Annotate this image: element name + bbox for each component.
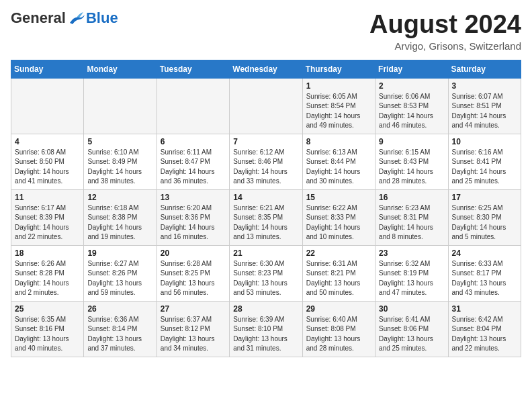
calendar-week-row: 11Sunrise: 6:17 AMSunset: 8:39 PMDayligh…: [11, 189, 521, 245]
day-info: Sunrise: 6:41 AMSunset: 8:06 PMDaylight:…: [379, 315, 444, 354]
day-info: Sunrise: 6:08 AMSunset: 8:50 PMDaylight:…: [15, 148, 80, 187]
day-number: 26: [87, 304, 152, 314]
calendar-week-row: 4Sunrise: 6:08 AMSunset: 8:50 PMDaylight…: [11, 134, 521, 189]
weekday-header-row: SundayMondayTuesdayWednesdayThursdayFrid…: [11, 60, 521, 78]
calendar-cell: 30Sunrise: 6:41 AMSunset: 8:06 PMDayligh…: [375, 301, 448, 357]
day-number: 27: [161, 304, 226, 314]
day-number: 14: [233, 193, 298, 202]
weekday-header-wednesday: Wednesday: [230, 60, 302, 78]
day-number: 13: [161, 193, 226, 202]
month-year-title: August 2024: [369, 11, 521, 39]
weekday-header-thursday: Thursday: [302, 60, 375, 78]
day-number: 31: [452, 304, 517, 314]
day-info: Sunrise: 6:16 AMSunset: 8:41 PMDaylight:…: [452, 148, 517, 187]
day-number: 19: [87, 248, 152, 258]
calendar-cell: [84, 78, 157, 134]
calendar-cell: 20Sunrise: 6:28 AMSunset: 8:25 PMDayligh…: [157, 245, 229, 301]
day-number: 3: [452, 81, 517, 91]
calendar-cell: 18Sunrise: 6:26 AMSunset: 8:28 PMDayligh…: [11, 245, 84, 301]
calendar-week-row: 18Sunrise: 6:26 AMSunset: 8:28 PMDayligh…: [11, 245, 521, 301]
day-number: 18: [15, 248, 80, 258]
logo: General Blue: [11, 11, 118, 26]
day-info: Sunrise: 6:30 AMSunset: 8:23 PMDaylight:…: [233, 259, 298, 298]
day-info: Sunrise: 6:18 AMSunset: 8:38 PMDaylight:…: [87, 203, 152, 242]
day-info: Sunrise: 6:35 AMSunset: 8:16 PMDaylight:…: [15, 315, 80, 354]
day-info: Sunrise: 6:21 AMSunset: 8:35 PMDaylight:…: [233, 203, 298, 242]
day-number: 29: [306, 304, 371, 314]
day-number: 5: [87, 137, 152, 146]
day-info: Sunrise: 6:27 AMSunset: 8:26 PMDaylight:…: [87, 259, 152, 298]
calendar-cell: 3Sunrise: 6:07 AMSunset: 8:51 PMDaylight…: [448, 78, 521, 134]
title-area: August 2024 Arvigo, Grisons, Switzerland: [369, 11, 521, 52]
weekday-header-sunday: Sunday: [11, 60, 84, 78]
calendar-cell: [11, 78, 84, 134]
day-number: 25: [15, 304, 80, 314]
day-number: 8: [306, 137, 371, 146]
day-info: Sunrise: 6:32 AMSunset: 8:19 PMDaylight:…: [379, 259, 444, 298]
day-number: 17: [452, 193, 517, 202]
day-number: 15: [306, 193, 371, 202]
day-info: Sunrise: 6:36 AMSunset: 8:14 PMDaylight:…: [87, 315, 152, 354]
calendar-cell: 31Sunrise: 6:42 AMSunset: 8:04 PMDayligh…: [448, 301, 521, 357]
day-number: 28: [233, 304, 298, 314]
calendar-cell: 27Sunrise: 6:37 AMSunset: 8:12 PMDayligh…: [157, 301, 229, 357]
day-number: 2: [379, 81, 444, 91]
day-info: Sunrise: 6:26 AMSunset: 8:28 PMDaylight:…: [15, 259, 80, 298]
day-info: Sunrise: 6:11 AMSunset: 8:47 PMDaylight:…: [161, 148, 226, 187]
day-info: Sunrise: 6:23 AMSunset: 8:31 PMDaylight:…: [379, 203, 444, 242]
calendar-cell: 10Sunrise: 6:16 AMSunset: 8:41 PMDayligh…: [448, 134, 521, 189]
logo-blue-text: Blue: [86, 11, 118, 26]
calendar-cell: 25Sunrise: 6:35 AMSunset: 8:16 PMDayligh…: [11, 301, 84, 357]
calendar-table: SundayMondayTuesdayWednesdayThursdayFrid…: [11, 60, 521, 357]
day-info: Sunrise: 6:25 AMSunset: 8:30 PMDaylight:…: [452, 203, 517, 242]
day-info: Sunrise: 6:31 AMSunset: 8:21 PMDaylight:…: [306, 259, 371, 298]
logo-general-text: General: [11, 11, 66, 26]
calendar-cell: 26Sunrise: 6:36 AMSunset: 8:14 PMDayligh…: [84, 301, 157, 357]
day-info: Sunrise: 6:28 AMSunset: 8:25 PMDaylight:…: [161, 259, 226, 298]
day-number: 10: [452, 137, 517, 146]
calendar-cell: 17Sunrise: 6:25 AMSunset: 8:30 PMDayligh…: [448, 189, 521, 245]
calendar-cell: 5Sunrise: 6:10 AMSunset: 8:49 PMDaylight…: [84, 134, 157, 189]
day-info: Sunrise: 6:33 AMSunset: 8:17 PMDaylight:…: [452, 259, 517, 298]
day-info: Sunrise: 6:39 AMSunset: 8:10 PMDaylight:…: [233, 315, 298, 354]
calendar-cell: 4Sunrise: 6:08 AMSunset: 8:50 PMDaylight…: [11, 134, 84, 189]
day-number: 21: [233, 248, 298, 258]
weekday-header-saturday: Saturday: [448, 60, 521, 78]
calendar-cell: 14Sunrise: 6:21 AMSunset: 8:35 PMDayligh…: [230, 189, 302, 245]
day-number: 12: [87, 193, 152, 202]
weekday-header-monday: Monday: [84, 60, 157, 78]
calendar-cell: 19Sunrise: 6:27 AMSunset: 8:26 PMDayligh…: [84, 245, 157, 301]
calendar-cell: [157, 78, 229, 134]
calendar-cell: 24Sunrise: 6:33 AMSunset: 8:17 PMDayligh…: [448, 245, 521, 301]
day-number: 24: [452, 248, 517, 258]
calendar-week-row: 25Sunrise: 6:35 AMSunset: 8:16 PMDayligh…: [11, 301, 521, 357]
day-number: 1: [306, 81, 371, 91]
calendar-cell: 16Sunrise: 6:23 AMSunset: 8:31 PMDayligh…: [375, 189, 448, 245]
calendar-cell: 22Sunrise: 6:31 AMSunset: 8:21 PMDayligh…: [302, 245, 375, 301]
location-subtitle: Arvigo, Grisons, Switzerland: [369, 40, 521, 52]
calendar-cell: 11Sunrise: 6:17 AMSunset: 8:39 PMDayligh…: [11, 189, 84, 245]
day-number: 30: [379, 304, 444, 314]
calendar-cell: 7Sunrise: 6:12 AMSunset: 8:46 PMDaylight…: [230, 134, 302, 189]
day-info: Sunrise: 6:07 AMSunset: 8:51 PMDaylight:…: [452, 92, 517, 131]
day-info: Sunrise: 6:13 AMSunset: 8:44 PMDaylight:…: [306, 148, 371, 187]
day-info: Sunrise: 6:20 AMSunset: 8:36 PMDaylight:…: [161, 203, 226, 242]
calendar-cell: 6Sunrise: 6:11 AMSunset: 8:47 PMDaylight…: [157, 134, 229, 189]
day-number: 20: [161, 248, 226, 258]
day-number: 6: [161, 137, 226, 146]
day-number: 11: [15, 193, 80, 202]
day-info: Sunrise: 6:22 AMSunset: 8:33 PMDaylight:…: [306, 203, 371, 242]
day-info: Sunrise: 6:15 AMSunset: 8:43 PMDaylight:…: [379, 148, 444, 187]
calendar-cell: 2Sunrise: 6:06 AMSunset: 8:53 PMDaylight…: [375, 78, 448, 134]
day-info: Sunrise: 6:17 AMSunset: 8:39 PMDaylight:…: [15, 203, 80, 242]
day-info: Sunrise: 6:06 AMSunset: 8:53 PMDaylight:…: [379, 92, 444, 131]
calendar-cell: 9Sunrise: 6:15 AMSunset: 8:43 PMDaylight…: [375, 134, 448, 189]
day-info: Sunrise: 6:10 AMSunset: 8:49 PMDaylight:…: [87, 148, 152, 187]
weekday-header-friday: Friday: [375, 60, 448, 78]
day-number: 7: [233, 137, 298, 146]
logo-bird-icon: [67, 11, 86, 26]
calendar-cell: 1Sunrise: 6:05 AMSunset: 8:54 PMDaylight…: [302, 78, 375, 134]
calendar-cell: 29Sunrise: 6:40 AMSunset: 8:08 PMDayligh…: [302, 301, 375, 357]
calendar-cell: [230, 78, 302, 134]
header: General Blue August 2024 Arvigo, Grisons…: [11, 11, 521, 52]
